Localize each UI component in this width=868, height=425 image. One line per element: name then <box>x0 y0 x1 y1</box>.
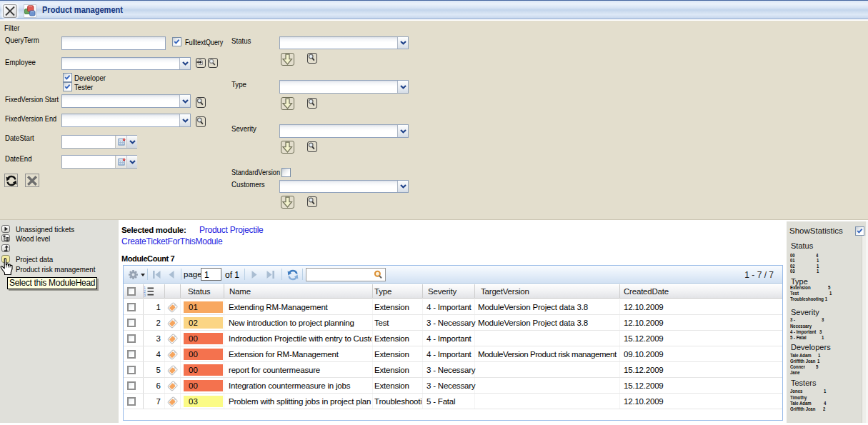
svg-text:3: 3 <box>144 294 146 296</box>
